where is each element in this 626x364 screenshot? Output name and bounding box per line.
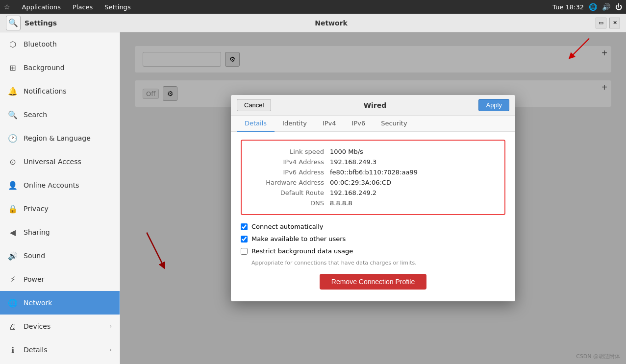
tab-ipv4[interactable]: IPv4: [315, 116, 344, 132]
link-speed-value: 1000 Mb/s: [330, 148, 363, 155]
topbar-left: ☆ Applications Places Settings: [4, 2, 133, 12]
sidebar-label-details: Details: [24, 346, 48, 354]
tab-details[interactable]: Details: [237, 116, 275, 132]
menu-applications[interactable]: Applications: [20, 2, 63, 12]
remove-connection-button[interactable]: Remove Connection Profile: [320, 274, 426, 290]
link-speed-row: Link speed 1000 Mb/s: [251, 146, 495, 157]
apply-button[interactable]: Apply: [478, 99, 509, 111]
menu-settings[interactable]: Settings: [102, 2, 132, 12]
sidebar-label-universal-access: Universal Access: [24, 158, 81, 166]
modal-body: Link speed 1000 Mb/s IPv4 Address 192.16…: [231, 132, 515, 301]
tab-ipv6[interactable]: IPv6: [344, 116, 374, 132]
topbar: ☆ Applications Places Settings Tue 18:32…: [0, 0, 626, 14]
sidebar-label-search: Search: [24, 111, 47, 119]
online-accounts-icon: 👤: [8, 181, 18, 190]
sidebar-item-sharing[interactable]: ◀ Sharing: [0, 220, 120, 244]
details-icon: ℹ: [8, 345, 18, 355]
connect-auto-row: Connect automatically: [241, 223, 505, 230]
restrict-bg-label: Restrict background data usage: [251, 247, 353, 255]
sidebar-item-power[interactable]: ⚡ Power: [0, 267, 120, 291]
topbar-right: Tue 18:32 🌐 🔊 ⏻: [552, 3, 622, 11]
hardware-row: Hardware Address 00:0C:29:3A:06:CD: [251, 177, 495, 188]
hardware-address-value: 00:0C:29:3A:06:CD: [330, 179, 391, 186]
notifications-icon: 🔔: [8, 87, 18, 96]
ipv6-address-value: fe80::bfb6:b110:7028:aa99: [330, 169, 418, 176]
sidebar-item-devices[interactable]: 🖨 Devices ›: [0, 315, 120, 338]
sidebar-item-search[interactable]: 🔍 Search: [0, 103, 120, 126]
sidebar-item-bluetooth[interactable]: ⬡ Bluetooth: [0, 32, 120, 56]
dns-row: DNS 8.8.8.8: [251, 198, 495, 208]
privacy-icon: 🔒: [8, 204, 18, 214]
search-icon[interactable]: 🔍: [6, 16, 21, 30]
sidebar-label-devices: Devices: [24, 322, 50, 330]
close-button[interactable]: ✕: [609, 18, 620, 28]
power-sidebar-icon: ⚡: [8, 275, 18, 284]
restrict-bg-row: Restrict background data usage: [241, 247, 505, 255]
menu-places[interactable]: Places: [71, 2, 95, 12]
restrict-bg-sublabel: Appropriate for connections that have da…: [251, 260, 505, 266]
link-speed-label: Link speed: [251, 148, 330, 155]
volume-icon: 🔊: [602, 3, 610, 11]
default-route-row: Default Route 192.168.249.2: [251, 188, 495, 198]
main-content: + ⚙ + Off ⚙: [120, 32, 626, 364]
sidebar-item-background[interactable]: ⊞ Background: [0, 56, 120, 79]
sidebar-item-online-accounts[interactable]: 👤 Online Accounts: [0, 173, 120, 197]
modal-title: Wired: [271, 101, 478, 109]
bluetooth-icon: ⬡: [8, 40, 18, 49]
sidebar-item-sound[interactable]: 🔊 Sound: [0, 244, 120, 267]
modal-tabs: Details Identity IPv4 IPv6 Security: [231, 116, 515, 132]
sidebar-item-details[interactable]: ℹ Details ›: [0, 338, 120, 362]
ipv4-address-label: IPv4 Address: [251, 158, 330, 166]
ipv4-address-value: 192.168.249.3: [330, 158, 376, 166]
devices-icon: 🖨: [8, 322, 18, 331]
window-controls: ▭ ✕: [596, 18, 620, 28]
background-icon: ⊞: [8, 63, 18, 73]
sidebar-item-network[interactable]: 🌐 Network: [0, 291, 120, 315]
sidebar-item-privacy[interactable]: 🔒 Privacy: [0, 197, 120, 220]
app-logo-icon: ☆: [4, 3, 10, 11]
hardware-address-label: Hardware Address: [251, 179, 330, 186]
sidebar-label-region: Region & Language: [24, 134, 91, 142]
sidebar-item-region[interactable]: 🕐 Region & Language: [0, 126, 120, 150]
restore-button[interactable]: ▭: [596, 18, 606, 28]
connect-auto-checkbox[interactable]: [241, 223, 248, 230]
app-layout: ⬡ Bluetooth ⊞ Background 🔔 Notifications…: [0, 32, 626, 364]
sidebar-item-universal-access[interactable]: ⊙ Universal Access: [0, 150, 120, 173]
available-users-checkbox[interactable]: [241, 236, 248, 243]
default-route-label: Default Route: [251, 189, 330, 196]
main-window: 🔍 Settings Network ▭ ✕ ⬡ Bluetooth ⊞ Bac…: [0, 14, 626, 364]
universal-access-icon: ⊙: [8, 157, 18, 167]
window-title: Network: [67, 19, 596, 27]
wired-dialog: Cancel Wired Apply Details Identity IPv4…: [231, 95, 515, 301]
sidebar-label-background: Background: [24, 64, 65, 72]
ipv4-row: IPv4 Address 192.168.249.3: [251, 157, 495, 167]
sidebar-label-bluetooth: Bluetooth: [24, 40, 57, 48]
tab-identity[interactable]: Identity: [275, 116, 315, 132]
sharing-icon: ◀: [8, 228, 18, 237]
sidebar-label-notifications: Notifications: [24, 87, 67, 95]
network-status-icon: 🌐: [589, 3, 597, 11]
dns-value: 8.8.8.8: [330, 199, 352, 207]
tab-security[interactable]: Security: [373, 116, 415, 132]
details-box: Link speed 1000 Mb/s IPv4 Address 192.16…: [241, 140, 505, 215]
restrict-bg-checkbox[interactable]: [241, 248, 248, 255]
topbar-time: Tue 18:32: [552, 3, 584, 11]
sidebar-label-network: Network: [24, 299, 52, 307]
ipv6-row: IPv6 Address fe80::bfb6:b110:7028:aa99: [251, 167, 495, 177]
cancel-button[interactable]: Cancel: [237, 99, 271, 111]
sidebar: ⬡ Bluetooth ⊞ Background 🔔 Notifications…: [0, 32, 120, 364]
sidebar-label-sound: Sound: [24, 252, 45, 260]
connect-auto-label: Connect automatically: [251, 223, 324, 230]
sidebar-settings-label: Settings: [25, 19, 57, 27]
available-users-label: Make available to other users: [251, 235, 346, 243]
sound-icon: 🔊: [8, 251, 18, 261]
ipv6-address-label: IPv6 Address: [251, 169, 330, 176]
sidebar-item-notifications[interactable]: 🔔 Notifications: [0, 79, 120, 103]
region-icon: 🕐: [8, 134, 18, 143]
modal-overlay: Cancel Wired Apply Details Identity IPv4…: [120, 32, 626, 364]
sidebar-label-sharing: Sharing: [24, 228, 50, 236]
chevron-right-icon: ›: [109, 323, 112, 330]
power-icon: ⏻: [615, 3, 622, 11]
search-sidebar-icon: 🔍: [8, 110, 18, 120]
sidebar-label-power: Power: [24, 275, 44, 283]
